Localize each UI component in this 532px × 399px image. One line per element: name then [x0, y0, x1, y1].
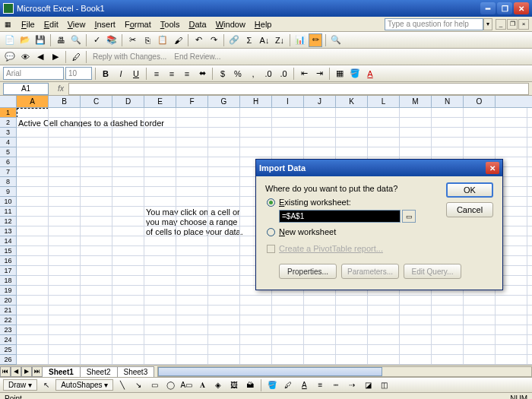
prev-comment-icon[interactable]: ◀ [33, 50, 47, 64]
fx-icon[interactable]: fx [53, 84, 68, 93]
tab-last-icon[interactable]: ⏭ [32, 366, 43, 377]
row-header-22[interactable]: 22 [0, 315, 16, 325]
col-header-d[interactable]: D [112, 96, 144, 107]
formula-bar[interactable] [68, 83, 529, 95]
horizontal-scrollbar[interactable] [157, 366, 532, 377]
col-header-b[interactable]: B [49, 96, 81, 107]
sort-asc-icon[interactable]: A↓ [258, 33, 271, 47]
increase-indent-icon[interactable]: ⇥ [312, 67, 326, 81]
menu-help[interactable]: Help [250, 18, 277, 30]
doc-restore-button[interactable]: ❐ [507, 19, 518, 30]
draw-menu[interactable]: Draw ▾ [3, 379, 37, 391]
zoom-icon[interactable]: 🔍 [329, 33, 343, 47]
col-header-g[interactable]: G [208, 96, 240, 107]
row-header-26[interactable]: 26 [0, 355, 16, 365]
row-header-10[interactable]: 10 [0, 197, 16, 207]
font-select[interactable]: Arial [3, 67, 64, 80]
align-left-icon[interactable]: ≡ [150, 67, 163, 81]
row-header-12[interactable]: 12 [0, 217, 16, 226]
col-header-a[interactable]: A [17, 96, 49, 107]
reply-changes-button[interactable]: Reply with Changes... [90, 52, 169, 61]
range-picker-icon[interactable]: ▭ [402, 210, 416, 223]
save-icon[interactable]: 💾 [33, 33, 47, 47]
row-header-24[interactable]: 24 [0, 335, 16, 345]
percent-icon[interactable]: % [231, 67, 245, 81]
properties-button[interactable]: Properties... [279, 264, 337, 279]
drawing-icon[interactable]: ✏ [309, 33, 322, 47]
borders-icon[interactable]: ▦ [333, 67, 347, 81]
rectangle-icon[interactable]: ▭ [147, 378, 161, 392]
dialog-close-button[interactable]: ✕ [486, 162, 499, 174]
diagram-icon[interactable]: ◈ [211, 378, 225, 392]
line-color-icon[interactable]: 🖊 [281, 378, 295, 392]
line-style-icon[interactable]: ≡ [313, 378, 327, 392]
workbook-icon[interactable]: ▦ [3, 20, 12, 29]
select-objects-icon[interactable]: ↖ [40, 378, 53, 392]
menu-view[interactable]: View [63, 18, 90, 30]
col-header-j[interactable]: J [304, 96, 336, 107]
menu-file[interactable]: File [17, 18, 40, 30]
sort-desc-icon[interactable]: Z↓ [273, 33, 287, 47]
row-header-15[interactable]: 15 [0, 246, 16, 256]
bold-icon[interactable]: B [99, 67, 112, 81]
arrow-icon[interactable]: ↘ [131, 378, 145, 392]
menu-edit[interactable]: Edit [40, 18, 63, 30]
menu-insert[interactable]: Insert [90, 18, 120, 30]
format-painter-icon[interactable]: 🖌 [171, 33, 185, 47]
arrow-style-icon[interactable]: ⇢ [345, 378, 359, 392]
row-header-18[interactable]: 18 [0, 276, 16, 286]
paste-icon[interactable]: 📋 [156, 33, 169, 47]
line-icon[interactable]: ╲ [116, 378, 129, 392]
row-header-20[interactable]: 20 [0, 296, 16, 306]
select-all-corner[interactable] [0, 96, 17, 107]
maximize-button[interactable]: ❐ [497, 2, 512, 14]
row-header-8[interactable]: 8 [0, 177, 16, 187]
row-header-16[interactable]: 16 [0, 256, 16, 266]
row-header-19[interactable]: 19 [0, 286, 16, 296]
merge-icon[interactable]: ⬌ [195, 67, 209, 81]
row-header-4[interactable]: 4 [0, 138, 16, 147]
italic-icon[interactable]: I [114, 67, 128, 81]
sheet-tab-3[interactable]: Sheet3 [117, 366, 155, 377]
comma-icon[interactable]: , [246, 67, 260, 81]
decrease-decimal-icon[interactable]: .0 [277, 67, 290, 81]
row-header-5[interactable]: 5 [0, 147, 16, 157]
new-worksheet-radio[interactable] [267, 228, 275, 236]
ok-button[interactable]: OK [446, 182, 493, 198]
row-header-7[interactable]: 7 [0, 167, 16, 177]
font-color-draw-icon[interactable]: A [297, 378, 311, 392]
doc-close-button[interactable]: × [518, 19, 529, 30]
col-header-h[interactable]: H [240, 96, 272, 107]
row-header-14[interactable]: 14 [0, 236, 16, 246]
redo-icon[interactable]: ↷ [207, 33, 220, 47]
clipart-icon[interactable]: 🖼 [227, 378, 241, 392]
next-comment-icon[interactable]: ▶ [49, 50, 62, 64]
decrease-indent-icon[interactable]: ⇤ [297, 67, 311, 81]
hyperlink-icon[interactable]: 🔗 [227, 33, 241, 47]
oval-icon[interactable]: ◯ [163, 378, 177, 392]
end-review-button[interactable]: End Review... [171, 52, 223, 61]
help-search-input[interactable]: Type a question for help [385, 18, 483, 30]
autoshapes-menu[interactable]: AutoShapes ▾ [55, 379, 113, 391]
autosum-icon[interactable]: Σ [242, 33, 256, 47]
fill-color-draw-icon[interactable]: 🪣 [265, 378, 279, 392]
col-header-c[interactable]: C [81, 96, 112, 107]
row-header-11[interactable]: 11 [0, 207, 16, 217]
research-icon[interactable]: 📚 [105, 33, 119, 47]
align-right-icon[interactable]: ≡ [180, 67, 194, 81]
font-size-select[interactable]: 10 [65, 67, 92, 80]
dash-style-icon[interactable]: ┉ [329, 378, 343, 392]
menu-data[interactable]: Data [184, 18, 211, 30]
close-button[interactable]: ✕ [514, 2, 529, 14]
show-comment-icon[interactable]: 👁 [18, 50, 32, 64]
col-header-o[interactable]: O [464, 96, 496, 107]
row-header-21[interactable]: 21 [0, 306, 16, 315]
dialog-titlebar[interactable]: Import Data ✕ [256, 160, 502, 176]
tab-first-icon[interactable]: ⏮ [0, 366, 11, 377]
sheet-tab-1[interactable]: Sheet1 [42, 366, 81, 377]
comment-icon[interactable]: 💬 [3, 50, 17, 64]
new-icon[interactable]: 📄 [3, 33, 17, 47]
increase-decimal-icon[interactable]: .0 [261, 67, 275, 81]
menu-format[interactable]: Format [120, 18, 156, 30]
col-header-m[interactable]: M [400, 96, 432, 107]
